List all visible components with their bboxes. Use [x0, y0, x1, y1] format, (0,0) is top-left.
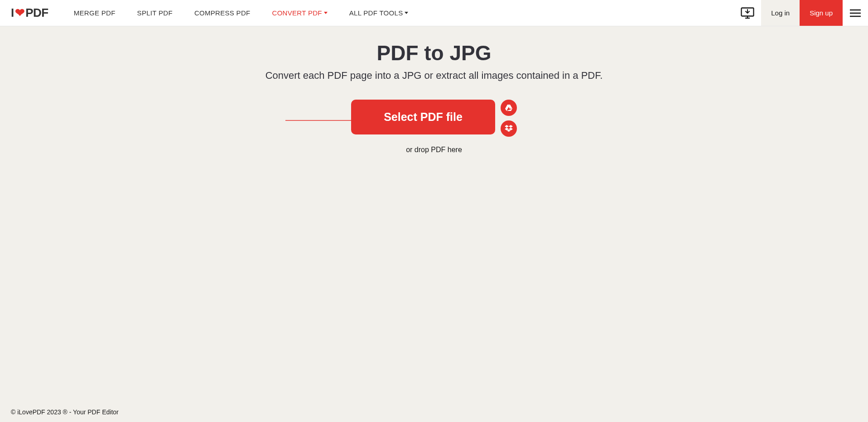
logo[interactable]: I ❤ PDF — [11, 6, 48, 20]
login-button[interactable]: Log in — [761, 0, 800, 26]
google-drive-button[interactable] — [501, 100, 517, 116]
desktop-app-button[interactable] — [734, 0, 761, 26]
drop-hint: or drop PDF here — [406, 146, 462, 154]
nav-label: ALL PDF TOOLS — [349, 9, 403, 17]
google-drive-icon — [505, 104, 513, 111]
heart-icon: ❤ — [15, 6, 25, 20]
nav-compress-pdf[interactable]: COMPRESS PDF — [194, 9, 251, 17]
page-title: PDF to JPG — [376, 41, 491, 65]
footer-text: © iLovePDF 2023 ® - Your PDF Editor — [11, 408, 119, 416]
cloud-source-buttons — [501, 100, 517, 137]
main-content: PDF to JPG Convert each PDF page into a … — [0, 26, 868, 402]
nav-all-pdf-tools[interactable]: ALL PDF TOOLS — [349, 9, 409, 17]
logo-text-suffix: PDF — [25, 6, 48, 20]
nav-label: SPLIT PDF — [137, 9, 173, 17]
nav-label: MERGE PDF — [74, 9, 116, 17]
logo-text-prefix: I — [11, 6, 14, 20]
file-picker-row: Select PDF file — [351, 100, 517, 137]
login-label: Log in — [771, 9, 790, 17]
dropbox-button[interactable] — [501, 120, 517, 137]
dropbox-icon — [505, 125, 513, 132]
site-footer: © iLovePDF 2023 ® - Your PDF Editor — [0, 402, 868, 422]
header-right: Log in Sign up — [734, 0, 868, 26]
chevron-down-icon — [324, 12, 328, 14]
nav-convert-pdf[interactable]: CONVERT PDF — [272, 9, 328, 17]
nav-merge-pdf[interactable]: MERGE PDF — [74, 9, 116, 17]
main-nav: MERGE PDF SPLIT PDF COMPRESS PDF CONVERT… — [74, 9, 409, 17]
nav-label: CONVERT PDF — [272, 9, 322, 17]
nav-label: COMPRESS PDF — [194, 9, 251, 17]
select-pdf-button[interactable]: Select PDF file — [351, 100, 495, 134]
signup-button[interactable]: Sign up — [800, 0, 843, 26]
hamburger-icon — [850, 9, 861, 17]
page-subtitle: Convert each PDF page into a JPG or extr… — [265, 70, 603, 82]
signup-label: Sign up — [810, 9, 833, 17]
desktop-download-icon — [741, 7, 754, 19]
chevron-down-icon — [405, 12, 408, 14]
nav-split-pdf[interactable]: SPLIT PDF — [137, 9, 173, 17]
menu-button[interactable] — [843, 0, 868, 26]
site-header: I ❤ PDF MERGE PDF SPLIT PDF COMPRESS PDF… — [0, 0, 868, 26]
